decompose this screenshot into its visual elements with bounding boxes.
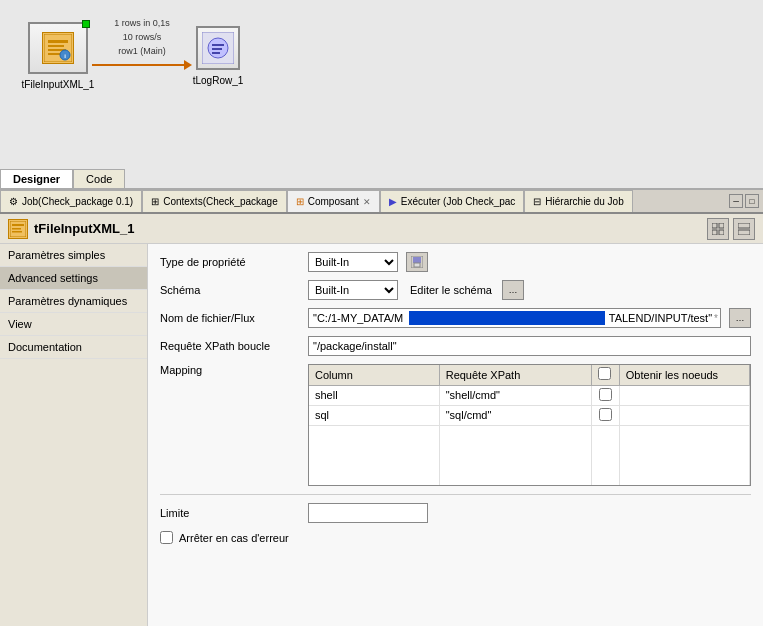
- table-row: shell "shell/cmd": [309, 385, 750, 405]
- tab-max-btn[interactable]: □: [745, 194, 759, 208]
- row2-nodes: [619, 405, 749, 425]
- tab-composant[interactable]: ⊞ Composant ✕: [287, 190, 380, 212]
- col-header-column: Column: [309, 365, 439, 385]
- schema-select[interactable]: Built-In: [308, 280, 398, 300]
- contexts-tab-icon: ⊞: [151, 196, 159, 207]
- sidebar-item-advanced-settings[interactable]: Advanced settings: [0, 267, 147, 290]
- svg-rect-11: [212, 52, 220, 54]
- sidebar: Paramètres simples Advanced settings Par…: [0, 244, 148, 626]
- sidebar-item-documentation[interactable]: Documentation: [0, 336, 147, 359]
- node-tlogrow[interactable]: tLogRow_1: [196, 26, 240, 70]
- table-row: sql "sql/cmd": [309, 405, 750, 425]
- section-divider: [160, 494, 751, 495]
- svg-rect-13: [12, 224, 24, 226]
- nom-fichier-display: "C:/1-MY_DATA/M TALEND/INPUT/test" *: [308, 308, 721, 328]
- schema-row: Schéma Built-In Editer le schéma …: [160, 280, 751, 300]
- tab-contexts[interactable]: ⊞ Contexts(Check_package: [142, 190, 287, 212]
- header-grid-btn[interactable]: [707, 218, 729, 240]
- composant-tab-icon: ⊞: [296, 196, 304, 207]
- svg-rect-4: [48, 53, 60, 55]
- connection: 1 rows in 0,1s 10 rows/s row1 (Main): [92, 18, 192, 69]
- svg-rect-19: [719, 230, 724, 235]
- canvas-area: i tFileInputXML_1 1 rows in 0,1s 10 rows…: [0, 0, 763, 190]
- stop-on-error-label: Arrêter en cas d'erreur: [179, 532, 289, 544]
- row2-check-cell: [591, 405, 619, 425]
- limite-input[interactable]: [308, 503, 428, 523]
- row2-column: sql: [309, 405, 439, 425]
- svg-rect-17: [719, 223, 724, 228]
- row2-xpath: "sql/cmd": [439, 405, 591, 425]
- type-propriete-row: Type de propriété Built-In: [160, 252, 751, 272]
- sidebar-item-view[interactable]: View: [0, 313, 147, 336]
- svg-rect-18: [712, 230, 717, 235]
- stop-on-error-checkbox[interactable]: [160, 531, 173, 544]
- row1-xpath: "shell/cmd": [439, 385, 591, 405]
- canvas-tabs: Designer Code: [0, 169, 125, 188]
- svg-rect-21: [738, 230, 750, 235]
- mapping-empty-row: [309, 425, 750, 485]
- tab-code[interactable]: Code: [73, 169, 125, 188]
- tab-designer[interactable]: Designer: [0, 169, 73, 188]
- conn-arrow: [92, 60, 192, 70]
- mapping-table-wrapper: Column Requête XPath Obtenir les noeuds …: [308, 364, 751, 486]
- conn-info2: 10 rows/s: [123, 32, 162, 44]
- contexts-tab-label: Contexts(Check_package: [163, 196, 278, 207]
- tab-executer[interactable]: ▶ Exécuter (Job Check_pac: [380, 190, 525, 212]
- col-header-nodes: Obtenir les noeuds: [619, 365, 749, 385]
- tab-job[interactable]: ⚙ Job(Check_package 0.1): [0, 190, 142, 212]
- conn-info1: 1 rows in 0,1s: [114, 18, 170, 30]
- row2-checkbox[interactable]: [599, 408, 612, 421]
- component-header: tFileInputXML_1: [0, 214, 763, 244]
- svg-rect-2: [48, 45, 64, 47]
- node1-label: tFileInputXML_1: [22, 79, 95, 90]
- col-header-check: [591, 365, 619, 385]
- tab-hierarchie[interactable]: ⊟ Hiérarchie du Job: [524, 190, 632, 212]
- col-header-xpath: Requête XPath: [439, 365, 591, 385]
- properties-area: Type de propriété Built-In Schéma Built-…: [148, 244, 763, 626]
- svg-rect-24: [414, 263, 420, 267]
- nom-fichier-row: Nom de fichier/Flux "C:/1-MY_DATA/M TALE…: [160, 308, 751, 328]
- schema-edit-btn[interactable]: …: [502, 280, 524, 300]
- row1-checkbox[interactable]: [599, 388, 612, 401]
- job-nodes: i tFileInputXML_1 1 rows in 0,1s 10 rows…: [28, 22, 240, 74]
- node-tfileinputxml[interactable]: i tFileInputXML_1: [28, 22, 88, 74]
- hierarchie-tab-label: Hiérarchie du Job: [545, 196, 623, 207]
- header-checkbox[interactable]: [598, 367, 611, 380]
- job-tab-icon: ⚙: [9, 196, 18, 207]
- xpath-label: Requête XPath boucle: [160, 340, 300, 352]
- svg-rect-1: [48, 40, 68, 43]
- xpath-input[interactable]: [308, 336, 751, 356]
- executer-tab-icon: ▶: [389, 196, 397, 207]
- tab-controls: ─ □: [729, 190, 763, 212]
- main-content: Paramètres simples Advanced settings Par…: [0, 244, 763, 626]
- svg-rect-10: [212, 48, 222, 50]
- mapping-section: Mapping Column Requête XPath Obtenir les…: [160, 364, 751, 486]
- row1-nodes: [619, 385, 749, 405]
- sidebar-item-parametres-simples[interactable]: Paramètres simples: [0, 244, 147, 267]
- row1-check-cell: [591, 385, 619, 405]
- type-propriete-select[interactable]: Built-In: [308, 252, 398, 272]
- composant-close[interactable]: ✕: [363, 197, 371, 207]
- job-tabs: ⚙ Job(Check_package 0.1) ⊞ Contexts(Chec…: [0, 190, 763, 214]
- header-buttons: [707, 218, 755, 240]
- tab-min-btn[interactable]: ─: [729, 194, 743, 208]
- svg-rect-20: [738, 223, 750, 228]
- type-propriete-label: Type de propriété: [160, 256, 300, 268]
- xpath-row: Requête XPath boucle: [160, 336, 751, 356]
- hierarchie-tab-icon: ⊟: [533, 196, 541, 207]
- header-split-btn[interactable]: [733, 218, 755, 240]
- job-tab-label: Job(Check_package 0.1): [22, 196, 133, 207]
- conn-info3: row1 (Main): [118, 46, 166, 58]
- schema-edit-label: Editer le schéma: [410, 284, 492, 296]
- composant-tab-label: Composant: [308, 196, 359, 207]
- bottom-panel: ⚙ Job(Check_package 0.1) ⊞ Contexts(Chec…: [0, 190, 763, 626]
- type-propriete-save-btn[interactable]: [406, 252, 428, 272]
- schema-label: Schéma: [160, 284, 300, 296]
- sidebar-item-parametres-dynamiques[interactable]: Paramètres dynamiques: [0, 290, 147, 313]
- svg-rect-23: [413, 257, 421, 263]
- svg-rect-15: [12, 231, 22, 233]
- nom-fichier-browse-btn[interactable]: …: [729, 308, 751, 328]
- mapping-table: Column Requête XPath Obtenir les noeuds …: [309, 365, 750, 485]
- node2-label: tLogRow_1: [193, 75, 244, 86]
- svg-rect-16: [712, 223, 717, 228]
